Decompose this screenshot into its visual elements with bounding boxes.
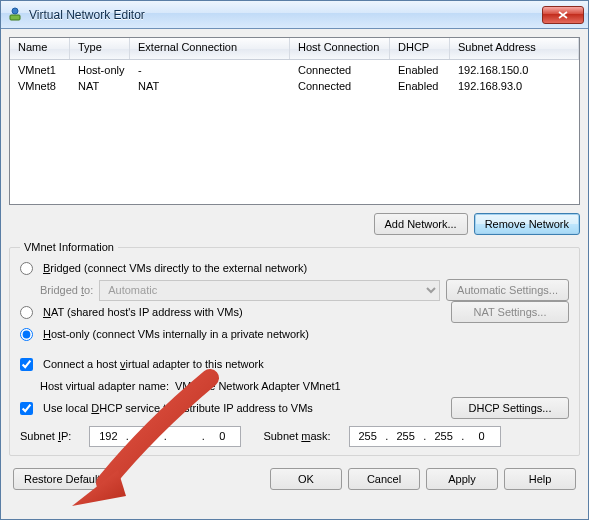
nat-settings-button: NAT Settings... [451, 301, 569, 323]
radio-nat[interactable] [20, 306, 33, 319]
label-bridged-to: Bridged to: [40, 284, 93, 296]
col-sub[interactable]: Subnet Address [450, 38, 579, 59]
radio-hostonly[interactable] [20, 328, 33, 341]
group-legend: VMnet Information [20, 241, 118, 253]
radio-bridged[interactable] [20, 262, 33, 275]
svg-point-0 [12, 8, 18, 14]
network-table[interactable]: Name Type External Connection Host Conne… [9, 37, 580, 205]
check-dhcp[interactable] [20, 402, 33, 415]
titlebar: Virtual Network Editor [1, 1, 588, 29]
col-host[interactable]: Host Connection [290, 38, 390, 59]
apply-button[interactable]: Apply [426, 468, 498, 490]
app-icon [7, 7, 23, 23]
window-title: Virtual Network Editor [29, 8, 145, 22]
subnet-mask-input[interactable]: 255. 255. 255. 0 [349, 426, 501, 447]
restore-default-button[interactable]: Restore Default [13, 468, 111, 490]
cancel-button[interactable]: Cancel [348, 468, 420, 490]
table-header: Name Type External Connection Host Conne… [10, 38, 579, 60]
col-type[interactable]: Type [70, 38, 130, 59]
label-bridged: Bridged (connect VMs directly to the ext… [43, 262, 307, 274]
label-dhcp: Use local DHCP service to distribute IP … [43, 402, 313, 414]
col-dhcp[interactable]: DHCP [390, 38, 450, 59]
remove-network-button[interactable]: Remove Network [474, 213, 580, 235]
bridged-to-select: Automatic [99, 280, 440, 301]
virtual-adapter-name-value: VMware Network Adapter VMnet1 [175, 380, 341, 392]
svg-rect-1 [10, 15, 20, 20]
label-hostonly: Host-only (connect VMs internally in a p… [43, 328, 309, 340]
automatic-settings-button: Automatic Settings... [446, 279, 569, 301]
label-nat: NAT (shared host's IP address with VMs) [43, 306, 243, 318]
label-subnet-mask: Subnet mask: [263, 430, 330, 442]
help-button[interactable]: Help [504, 468, 576, 490]
virtual-adapter-name-label: Host virtual adapter name: [40, 380, 169, 392]
table-row[interactable]: VMnet1 Host-only - Connected Enabled 192… [10, 62, 579, 78]
add-network-button[interactable]: Add Network... [374, 213, 468, 235]
subnet-ip-input[interactable]: 192. 168. . 0 [89, 426, 241, 447]
col-ext[interactable]: External Connection [130, 38, 290, 59]
label-subnet-ip: Subnet IP: [20, 430, 71, 442]
vmnet-info-group: VMnet Information Bridged (connect VMs d… [9, 241, 580, 456]
close-button[interactable] [542, 6, 584, 24]
check-virtual-adapter[interactable] [20, 358, 33, 371]
table-row[interactable]: VMnet8 NAT NAT Connected Enabled 192.168… [10, 78, 579, 94]
col-name[interactable]: Name [10, 38, 70, 59]
dhcp-settings-button[interactable]: DHCP Settings... [451, 397, 569, 419]
ok-button[interactable]: OK [270, 468, 342, 490]
label-virtual-adapter: Connect a host virtual adapter to this n… [43, 358, 264, 370]
